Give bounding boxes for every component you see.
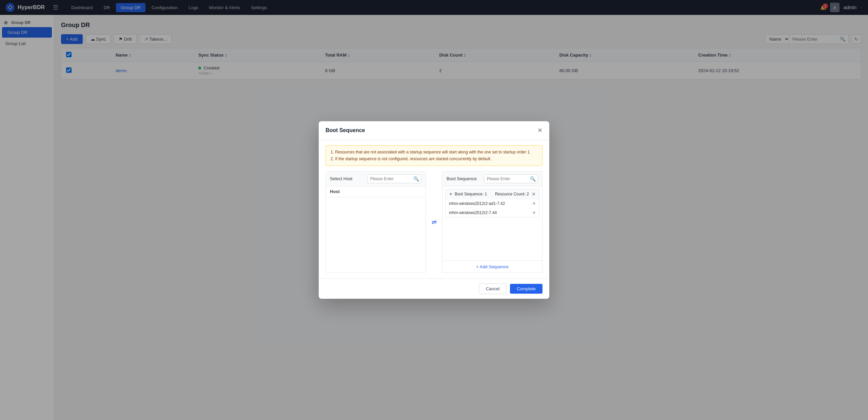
left-panel: Select Host 🔍 Host bbox=[326, 171, 426, 273]
boot-seq-host-row-0: mhm-windows2012r2-ad1-7.42 ✕ bbox=[446, 199, 539, 208]
info-line2: 2. If the startup sequence is not config… bbox=[331, 156, 537, 162]
host-remove-button-1[interactable]: ✕ bbox=[532, 210, 536, 215]
right-panel-content: ▼ Boot Sequence: 1 Resource Count: 2 ✕ m… bbox=[442, 186, 542, 260]
right-panel-header: Boot Sequence 🔍 bbox=[442, 172, 542, 186]
right-search-input[interactable] bbox=[484, 175, 528, 183]
right-search-box: 🔍 bbox=[484, 174, 538, 183]
left-search-icon: 🔍 bbox=[411, 175, 421, 183]
left-panel-content bbox=[326, 197, 426, 273]
modal-overlay: Boot Sequence ✕ 1. Resources that are no… bbox=[0, 0, 868, 420]
left-panel-header: Select Host 🔍 bbox=[326, 172, 426, 186]
complete-button[interactable]: Complete bbox=[510, 284, 542, 294]
select-host-label: Select Host bbox=[330, 176, 352, 181]
chevron-down-icon[interactable]: ▼ bbox=[449, 192, 453, 196]
boot-sequence-item: ▼ Boot Sequence: 1 Resource Count: 2 ✕ m… bbox=[445, 189, 539, 217]
boot-sequence-modal: Boot Sequence ✕ 1. Resources that are no… bbox=[319, 121, 549, 298]
boot-seq-header-right: Resource Count: 2 ✕ bbox=[495, 191, 536, 197]
left-search-box: 🔍 bbox=[367, 174, 421, 183]
cancel-button[interactable]: Cancel bbox=[479, 284, 507, 294]
boot-seq-header-left: ▼ Boot Sequence: 1 bbox=[449, 192, 487, 196]
right-search-icon: 🔍 bbox=[528, 175, 538, 183]
transfer-icon: ⇌ bbox=[429, 171, 439, 273]
left-search-input[interactable] bbox=[368, 175, 411, 183]
modal-footer: Cancel Complete bbox=[319, 278, 549, 299]
modal-close-button[interactable]: ✕ bbox=[537, 127, 542, 134]
host-name-0: mhm-windows2012r2-ad1-7.42 bbox=[449, 201, 505, 206]
resource-count-label: Resource Count: 2 bbox=[495, 192, 529, 196]
modal-panels-wrapper: Select Host 🔍 Host ⇌ bbox=[326, 171, 542, 273]
boot-seq-label: Boot Sequence: 1 bbox=[455, 192, 487, 196]
modal-body: 1. Resources that are not associated wit… bbox=[319, 140, 549, 278]
host-remove-button-0[interactable]: ✕ bbox=[532, 201, 536, 206]
modal-header: Boot Sequence ✕ bbox=[319, 121, 549, 140]
boot-sequence-label: Boot Sequence bbox=[447, 176, 477, 181]
boot-seq-header: ▼ Boot Sequence: 1 Resource Count: 2 ✕ bbox=[446, 189, 539, 199]
seq-close-button[interactable]: ✕ bbox=[532, 191, 536, 197]
add-sequence-button[interactable]: + Add Sequence bbox=[442, 260, 542, 273]
right-panel: Boot Sequence 🔍 ▼ Boot Seque bbox=[442, 171, 542, 273]
info-line1: 1. Resources that are not associated wit… bbox=[331, 149, 537, 155]
modal-title: Boot Sequence bbox=[326, 127, 365, 133]
host-column-header: Host bbox=[326, 186, 426, 197]
boot-seq-host-row-1: mhm-windows2012r2-7.44 ✕ bbox=[446, 208, 539, 217]
host-name-1: mhm-windows2012r2-7.44 bbox=[449, 210, 497, 215]
info-box: 1. Resources that are not associated wit… bbox=[326, 145, 542, 166]
